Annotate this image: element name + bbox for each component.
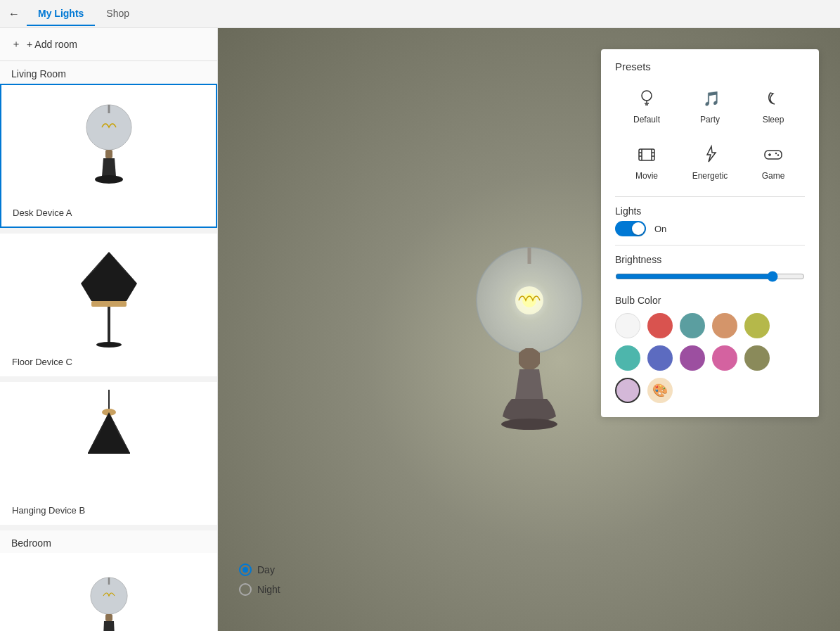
add-room-label: + Add room xyxy=(27,39,77,50)
panel-divider-2 xyxy=(615,245,805,246)
color-red[interactable] xyxy=(647,313,673,338)
back-button[interactable]: ← xyxy=(8,8,20,20)
preset-sleep-icon xyxy=(763,88,783,112)
svg-point-43 xyxy=(775,153,777,154)
radio-day xyxy=(239,563,252,576)
add-room-button[interactable]: ＋ + Add room xyxy=(0,28,217,61)
main-canvas: Day Night Presets Default xyxy=(218,28,840,631)
color-cyan[interactable] xyxy=(615,345,640,371)
brightness-label: Brightness xyxy=(615,254,805,265)
mode-day[interactable]: Day xyxy=(239,563,280,576)
separator xyxy=(0,525,217,530)
color-lavender[interactable] xyxy=(615,378,640,403)
device-image-desk-a xyxy=(13,92,205,205)
color-purple[interactable] xyxy=(680,345,705,371)
bulb-color-section: Bulb Color 🎨 xyxy=(615,295,805,403)
bulb-color-label: Bulb Color xyxy=(615,295,805,306)
preset-party-icon: 🎵 xyxy=(700,88,720,112)
device-card-desk-a[interactable]: Desk Device A xyxy=(0,84,217,228)
color-grid: 🎨 xyxy=(615,313,805,403)
mode-night-label: Night xyxy=(257,584,280,595)
svg-text:🎵: 🎵 xyxy=(703,90,720,107)
presets-title: Presets xyxy=(615,60,805,72)
color-yellow-green[interactable] xyxy=(744,313,770,338)
svg-rect-3 xyxy=(105,150,112,158)
preset-default-icon xyxy=(637,88,657,112)
preset-energetic[interactable]: Energetic xyxy=(678,137,742,188)
svg-point-4 xyxy=(95,175,123,184)
svg-rect-8 xyxy=(91,301,127,307)
svg-rect-20 xyxy=(105,614,112,621)
lights-toggle[interactable] xyxy=(615,221,646,236)
room-label-bedroom: Bedroom xyxy=(0,530,217,553)
device-name-floor-c: Floor Device C xyxy=(12,354,72,369)
main-layout: ＋ + Add room Living Room xyxy=(0,28,840,631)
device-image-floor-c xyxy=(12,241,205,354)
device-name-hanging-b: Hanging Device B xyxy=(12,502,85,517)
color-white[interactable] xyxy=(615,313,640,338)
lights-row: On xyxy=(615,221,805,236)
mode-night[interactable]: Night xyxy=(239,583,280,596)
brightness-slider[interactable] xyxy=(615,271,805,282)
svg-rect-40 xyxy=(765,151,782,159)
title-bar: ← My Lights Shop xyxy=(0,0,840,28)
custom-palette-icon: 🎨 xyxy=(652,383,668,398)
preset-default[interactable]: Default xyxy=(615,81,678,132)
lights-section: Lights On xyxy=(615,205,805,236)
preset-default-label: Default xyxy=(633,115,660,125)
preset-movie-label: Movie xyxy=(635,171,658,181)
toggle-knob xyxy=(632,222,645,235)
color-teal[interactable] xyxy=(680,313,705,338)
add-icon: ＋ xyxy=(11,38,21,51)
color-olive[interactable] xyxy=(744,345,770,371)
panel-divider-1 xyxy=(615,196,805,197)
device-name-desk-a: Desk Device A xyxy=(13,205,72,219)
color-pink[interactable] xyxy=(712,345,737,371)
svg-point-28 xyxy=(642,91,652,101)
svg-point-10 xyxy=(96,342,122,348)
nav-tabs: My Lights Shop xyxy=(27,2,141,26)
preset-energetic-icon xyxy=(700,144,720,168)
presets-grid: Default 🎵 Party Sleep xyxy=(615,81,805,188)
preset-sleep[interactable]: Sleep xyxy=(742,81,805,132)
preset-energetic-label: Energetic xyxy=(692,171,728,181)
svg-marker-13 xyxy=(88,412,130,453)
presets-panel: Presets Default 🎵 Party xyxy=(601,49,819,417)
separator xyxy=(0,228,217,234)
preset-party-label: Party xyxy=(700,115,720,125)
color-indigo[interactable] xyxy=(647,345,673,371)
separator xyxy=(0,376,217,382)
radio-day-fill xyxy=(243,567,248,573)
preset-game-icon xyxy=(763,144,783,168)
preset-movie-icon xyxy=(637,144,657,168)
svg-point-25 xyxy=(522,293,536,307)
svg-point-27 xyxy=(501,419,557,430)
preset-game-label: Game xyxy=(762,171,785,181)
device-image-hanging-b xyxy=(12,390,205,502)
tab-my-lights[interactable]: My Lights xyxy=(27,2,95,26)
preset-party[interactable]: 🎵 Party xyxy=(678,81,742,132)
toggle-state-label: On xyxy=(654,224,666,234)
center-lamp xyxy=(452,216,607,444)
tab-shop[interactable]: Shop xyxy=(95,2,141,26)
radio-night xyxy=(239,583,252,596)
svg-point-44 xyxy=(777,154,779,155)
device-image-bedroom-a xyxy=(12,561,205,631)
device-card-bedroom-a[interactable] xyxy=(0,553,217,631)
preset-movie[interactable]: Movie xyxy=(615,137,678,188)
lights-label: Lights xyxy=(615,205,805,217)
color-orange[interactable] xyxy=(712,313,737,338)
room-label-living-room: Living Room xyxy=(0,61,217,84)
device-card-hanging-b[interactable]: Hanging Device B xyxy=(0,382,217,525)
lighting-mode-section: Day Night xyxy=(239,563,280,603)
brightness-section: Brightness xyxy=(615,254,805,285)
color-custom[interactable]: 🎨 xyxy=(647,378,673,403)
mode-day-label: Day xyxy=(257,564,275,575)
device-card-floor-c[interactable]: Floor Device C xyxy=(0,234,217,376)
preset-sleep-label: Sleep xyxy=(763,115,784,125)
svg-marker-5 xyxy=(81,252,137,301)
preset-game[interactable]: Game xyxy=(742,137,805,188)
sidebar: ＋ + Add room Living Room xyxy=(0,28,218,631)
